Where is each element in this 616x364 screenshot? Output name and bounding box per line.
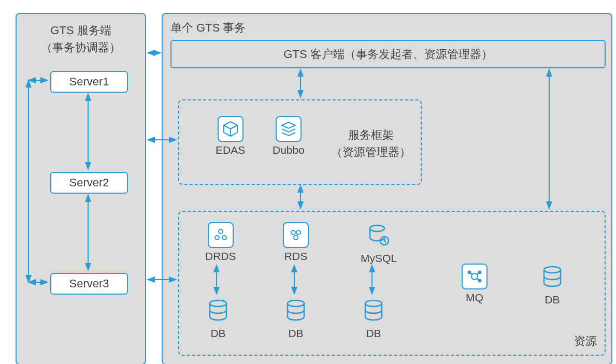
cube-icon [218,116,243,142]
db-right-item: DB [539,264,565,306]
drds-icon [208,222,234,248]
gts-transaction-title: 单个 GTS 事务 [170,19,246,36]
server3-node: Server3 [50,273,128,295]
mysql-db-icon [366,222,392,250]
layers-icon [276,116,302,142]
svg-point-15 [365,300,382,307]
service-framework-box: EDAS Dubbo 服务框架 （资源管理器） [178,99,422,185]
resources-title: 资源 [574,332,597,350]
db-icon-1 [205,297,231,325]
framework-title: 服务框架 （资源管理器） [324,126,418,161]
svg-point-2 [222,236,226,240]
svg-point-6 [370,225,384,231]
framework-title-line2: （资源管理器） [324,143,418,161]
db-right-label: DB [545,294,560,306]
svg-point-5 [294,236,298,240]
db2-item: DB [283,297,309,340]
db-icon-right [539,264,565,292]
db1-label: DB [210,327,225,340]
resources-box: DRDS RDS MySQL MQ [178,211,606,356]
mq-icon [462,264,488,289]
architecture-diagram: GTS 服务端 （事务协调器） Server1 Server2 Server3 … [5,5,616,364]
gts-transaction-panel: 单个 GTS 事务 GTS 客户端（事务发起者、资源管理器） EDAS Dubb… [162,13,612,364]
dubbo-label: Dubbo [273,144,305,156]
svg-point-1 [215,236,219,240]
mq-item: MQ [462,264,488,304]
db1-item: DB [205,297,231,340]
db-icon-2 [283,297,309,325]
mysql-item: MySQL [361,222,397,265]
server2-node: Server2 [50,172,128,194]
svg-point-0 [219,229,223,234]
server1-node: Server1 [50,71,128,93]
gts-client-box: GTS 客户端（事务发起者、资源管理器） [170,40,606,68]
svg-point-4 [296,230,300,235]
mysql-label: MySQL [361,252,397,265]
rds-item: RDS [283,222,309,263]
gts-server-title-line2: （事务协调器） [17,39,145,56]
svg-point-14 [288,300,304,307]
db3-label: DB [366,327,381,340]
edas-item: EDAS [216,116,245,156]
db-icon-3 [361,297,386,325]
drds-label: DRDS [205,250,236,263]
dubbo-item: Dubbo [273,116,305,156]
drds-item: DRDS [205,222,236,263]
svg-point-12 [544,267,561,273]
gts-server-panel: GTS 服务端 （事务协调器） Server1 Server2 Server3 [16,13,146,364]
gts-server-title-line1: GTS 服务端 [17,22,145,39]
edas-label: EDAS [216,144,245,156]
db2-label: DB [288,327,303,340]
rds-label: RDS [284,250,307,263]
svg-point-13 [210,300,226,307]
db3-item: DB [361,297,386,340]
framework-title-line1: 服务框架 [324,126,418,143]
svg-point-3 [291,230,295,235]
gts-server-title: GTS 服务端 （事务协调器） [17,22,145,56]
rds-icon [283,222,309,248]
mq-label: MQ [466,292,483,304]
